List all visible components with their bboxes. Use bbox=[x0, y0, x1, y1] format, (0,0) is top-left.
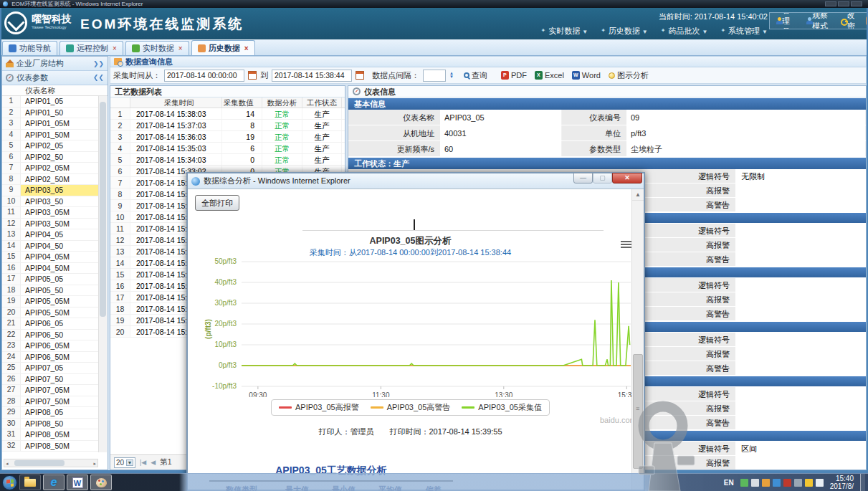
calendar-icon[interactable] bbox=[248, 71, 257, 80]
list-item[interactable]: 8APIP02_50M bbox=[2, 174, 100, 186]
scroll-left-icon[interactable]: ◂ bbox=[6, 461, 9, 467]
sidebar-horizontal-scrollbar[interactable]: ◂ ▸ bbox=[4, 459, 98, 467]
interval-input[interactable] bbox=[423, 70, 446, 82]
show-desktop-button[interactable] bbox=[860, 474, 865, 491]
line-chart[interactable]: 50p/ft340p/ft330p/ft320p/ft310p/ft30p/ft… bbox=[188, 189, 633, 397]
sidebar-section-params[interactable]: 仪表参数 ❯❯ bbox=[2, 71, 108, 85]
tab-close-icon[interactable]: × bbox=[113, 44, 117, 52]
tab-远程控制[interactable]: 远程控制× bbox=[59, 41, 123, 55]
spinner-icon[interactable]: ▲▼ bbox=[449, 72, 454, 79]
tab-close-icon[interactable]: × bbox=[178, 44, 183, 52]
list-item[interactable]: 32APIP08_50M bbox=[2, 441, 100, 452]
list-item[interactable]: 19APIP05_05M bbox=[2, 296, 100, 308]
list-item[interactable]: 4APIP01_50M bbox=[2, 130, 100, 141]
excel-export-button[interactable]: XExcel bbox=[533, 71, 566, 80]
popup-close-button[interactable]: ✕ bbox=[612, 173, 642, 183]
legend-item-APIP03_05高警告[interactable]: APIP03_05高警告 bbox=[371, 402, 451, 413]
table-row[interactable]: 52017-08-14 15:34:030正常生产 bbox=[110, 154, 345, 166]
scrollbar-thumb[interactable] bbox=[100, 102, 106, 317]
language-indicator[interactable]: EN bbox=[724, 479, 734, 487]
table-row[interactable]: 42017-08-14 15:35:036正常生产 bbox=[110, 143, 345, 154]
table-row[interactable]: 22017-08-14 15:37:038正常生产 bbox=[110, 120, 345, 131]
list-item[interactable]: 24APIP06_50M bbox=[2, 352, 100, 363]
first-page-icon[interactable]: |◀ bbox=[140, 459, 146, 466]
start-button[interactable] bbox=[2, 475, 17, 490]
list-item[interactable]: 18APIP05_50 bbox=[2, 285, 100, 297]
list-item[interactable]: 15APIP04_05M bbox=[2, 252, 100, 263]
list-item[interactable]: 6APIP02_50 bbox=[2, 152, 100, 163]
taskbar-clock[interactable]: 15:402017/8/ bbox=[830, 475, 854, 490]
scrollbar-thumb[interactable] bbox=[14, 460, 65, 466]
tab-功能导航[interactable]: 功能导航 bbox=[2, 41, 57, 55]
top-menu-系统管理[interactable]: ✦系统管理▼ bbox=[720, 26, 768, 37]
scroll-right-icon[interactable]: ▸ bbox=[93, 461, 96, 467]
list-item[interactable]: 2APIP01_50 bbox=[2, 108, 100, 119]
from-date-input[interactable] bbox=[164, 70, 244, 82]
list-item[interactable]: 28APIP07_50M bbox=[2, 396, 100, 408]
list-item[interactable]: 31APIP08_05M bbox=[2, 429, 100, 441]
top-menu-历史数据[interactable]: ✦历史数据▼ bbox=[601, 26, 648, 37]
list-item[interactable]: 20APIP05_50M bbox=[2, 308, 100, 319]
tab-历史数据[interactable]: 历史数据× bbox=[191, 40, 255, 55]
table-row[interactable]: 12017-08-14 15:38:0314正常生产 bbox=[110, 108, 345, 120]
pdf-export-button[interactable]: PPDF bbox=[499, 71, 529, 80]
top-menu-实时数据[interactable]: ✦实时数据▼ bbox=[541, 26, 588, 37]
top-menu-药品批次[interactable]: ✦药品批次▼ bbox=[661, 26, 708, 37]
list-item[interactable]: 14APIP04_50 bbox=[2, 241, 100, 252]
speaker-icon[interactable] bbox=[816, 479, 824, 487]
network-icon[interactable] bbox=[773, 479, 781, 487]
list-item[interactable]: 27APIP07_05M bbox=[2, 385, 100, 396]
list-item[interactable]: 17APIP05_05 bbox=[2, 274, 100, 285]
tab-close-icon[interactable]: × bbox=[244, 44, 249, 52]
admin-button[interactable]: 管理员 bbox=[774, 12, 798, 29]
list-item[interactable]: 30APIP08_50 bbox=[2, 419, 100, 430]
list-item[interactable]: 9APIP03_05 bbox=[2, 185, 100, 196]
volume-alert-icon[interactable] bbox=[783, 479, 791, 487]
chevron-up-icon[interactable]: ❯❯ bbox=[93, 75, 104, 82]
list-item[interactable]: 26APIP07_50 bbox=[2, 374, 100, 386]
list-item[interactable]: 23APIP06_05M bbox=[2, 340, 100, 352]
list-item[interactable]: 13APIP04_05 bbox=[2, 229, 100, 241]
word-export-button[interactable]: WWord bbox=[570, 71, 603, 80]
chart-legend[interactable]: APIP03_05高报警APIP03_05高警告APIP03_05采集值 bbox=[188, 399, 633, 416]
list-item[interactable]: 5APIP02_05 bbox=[2, 140, 100, 152]
list-item[interactable]: 12APIP03_50M bbox=[2, 219, 100, 230]
taskbar-explorer-button[interactable] bbox=[19, 475, 41, 490]
sidebar-section-plant[interactable]: 企业厂房结构 ❯❯ bbox=[2, 57, 108, 71]
list-item[interactable]: 16APIP04_50M bbox=[2, 263, 100, 275]
taskbar-word-button[interactable]: W bbox=[67, 475, 88, 490]
security-warning-icon[interactable] bbox=[805, 479, 813, 487]
calendar-icon[interactable] bbox=[356, 71, 364, 80]
taskbar-ie-button[interactable]: e bbox=[43, 475, 65, 490]
page-size-select[interactable]: 20▼ bbox=[114, 457, 135, 468]
list-item[interactable]: 29APIP08_05 bbox=[2, 407, 100, 419]
list-item[interactable]: 10APIP03_50 bbox=[2, 196, 100, 208]
to-date-input[interactable] bbox=[272, 70, 352, 82]
list-item[interactable]: 11APIP03_05M bbox=[2, 207, 100, 219]
list-item[interactable]: 1APIP01_05 bbox=[2, 96, 100, 108]
sidebar-vertical-scrollbar[interactable] bbox=[98, 96, 107, 452]
tab-实时数据[interactable]: 实时数据× bbox=[125, 41, 189, 55]
list-item[interactable]: 25APIP07_05 bbox=[2, 363, 100, 374]
list-item[interactable]: 22APIP06_50 bbox=[2, 330, 100, 341]
legend-item-APIP03_05高报警[interactable]: APIP03_05高报警 bbox=[279, 402, 359, 413]
table-row[interactable]: 32017-08-14 15:36:0319正常生产 bbox=[110, 131, 345, 143]
window-icon[interactable] bbox=[751, 479, 759, 487]
taskbar-paint-button[interactable] bbox=[90, 475, 112, 490]
change-password-button[interactable]: 改密 bbox=[839, 12, 859, 29]
list-item[interactable]: 3APIP01_05M bbox=[2, 118, 100, 130]
search-button[interactable]: 查询 bbox=[462, 70, 490, 81]
popup-titlebar[interactable]: 数据综合分析 - Windows Internet Explorer — ▢ ✕ bbox=[188, 173, 644, 189]
prev-page-icon[interactable]: ◀ bbox=[151, 459, 156, 466]
usb-icon[interactable] bbox=[794, 479, 802, 487]
chevron-down-icon[interactable]: ❯❯ bbox=[93, 60, 104, 67]
list-item[interactable]: 21APIP06_05 bbox=[2, 318, 100, 330]
chart-analysis-button[interactable]: 图示分析 bbox=[606, 70, 651, 81]
window-controls[interactable] bbox=[825, 1, 862, 6]
popup-minimize-button[interactable]: — bbox=[573, 173, 593, 183]
observe-mode-button[interactable]: 观察模式 bbox=[804, 12, 832, 29]
clipboard-icon[interactable] bbox=[740, 479, 748, 487]
list-item[interactable]: 7APIP02_05M bbox=[2, 163, 100, 174]
legend-item-APIP03_05采集值[interactable]: APIP03_05采集值 bbox=[462, 402, 542, 413]
media-icon[interactable] bbox=[762, 479, 770, 487]
